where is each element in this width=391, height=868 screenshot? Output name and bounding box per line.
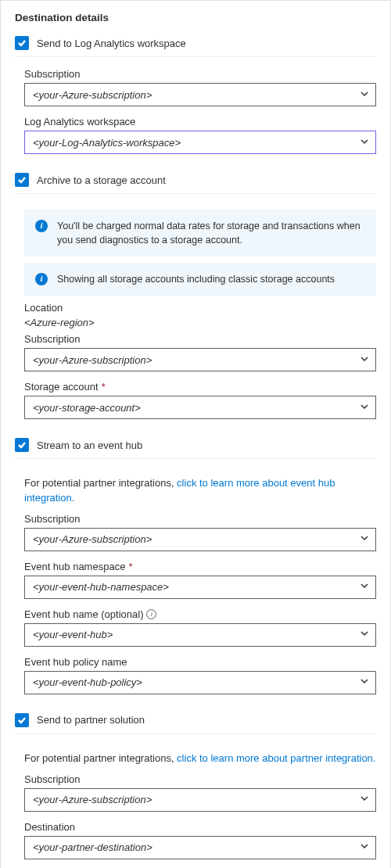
storage-info-charge-text: You'll be charged normal data rates for … [57,219,365,247]
la-subscription-select[interactable]: <your-Azure-subscription> [24,83,376,106]
partner-destination-select[interactable]: <your-partner-destination> [24,836,376,859]
eventhub-checkbox-row[interactable]: Stream to an event hub [15,433,376,459]
chevron-down-icon [360,581,369,593]
checkbox-checked-icon [15,713,29,727]
storage-account-value: <your-storage-account> [33,402,141,414]
storage-location-label: Location [24,302,376,314]
eh-namespace-value: <your-event-hub-namespace> [33,581,169,593]
partner-destination-value: <your-partner-destination> [33,841,152,853]
la-workspace-value: <your-Log-Analytics-workspace> [33,137,181,149]
checkbox-checked-icon [15,438,29,452]
chevron-down-icon [360,676,369,688]
eh-subscription-select[interactable]: <your-Azure-subscription> [24,528,376,551]
eh-name-label: Event hub name (optional) i [24,608,376,620]
storage-subscription-label: Subscription [24,333,376,345]
partner-subscription-select[interactable]: <your-Azure-subscription> [24,788,376,812]
eh-policy-select[interactable]: <your-event-hub-policy> [24,671,376,694]
chevron-down-icon [360,629,369,640]
chevron-down-icon [360,89,369,101]
partner-subscription-value: <your-Azure-subscription> [33,794,152,805]
chevron-down-icon [360,354,369,366]
partner-checkbox-row[interactable]: Send to partner solution [15,708,376,734]
checkbox-checked-icon [15,36,29,50]
storage-subscription-select[interactable]: <your-Azure-subscription> [24,348,376,371]
required-asterisk: * [102,381,106,393]
info-tooltip-icon[interactable]: i [146,609,156,619]
eh-policy-value: <your-event-hub-policy> [33,676,142,688]
partner-subscription-label: Subscription [24,773,376,785]
chevron-down-icon [360,402,369,414]
eh-namespace-select[interactable]: <your-event-hub-namespace> [24,576,376,599]
info-icon: i [35,273,48,285]
storage-label: Archive to a storage account [37,174,166,186]
eh-name-select[interactable]: <your-event-hub> [24,623,376,647]
partner-destination-label: Destination [24,821,376,833]
la-workspace-select[interactable]: <your-Log-Analytics-workspace> [24,131,376,154]
chevron-down-icon [360,533,369,545]
eh-name-value: <your-event-hub> [33,629,113,640]
eh-policy-label: Event hub policy name [24,656,376,668]
eventhub-label: Stream to an event hub [37,439,142,451]
eventhub-group: For potential partner integrations, clic… [15,462,376,708]
storage-subscription-value: <your-Azure-subscription> [33,354,152,366]
la-workspace-label: Log Analytics workspace [24,116,376,127]
storage-info-charge: i You'll be charged normal data rates fo… [24,210,376,256]
section-title: Destination details [15,12,376,23]
checkbox-checked-icon [15,173,29,187]
info-icon: i [35,220,48,232]
required-asterisk: * [128,561,132,572]
log-analytics-checkbox-row[interactable]: Send to Log Analytics workspace [15,31,376,57]
storage-account-select[interactable]: <your-storage-account> [24,396,376,419]
chevron-down-icon [360,794,369,805]
la-subscription-label: Subscription [24,68,376,80]
eh-namespace-label: Event hub namespace* [24,561,376,572]
partner-helper: For potential partner integrations, clic… [24,751,376,766]
log-analytics-group: Subscription <your-Azure-subscription> L… [15,60,376,168]
storage-info-classic-text: Showing all storage accounts including c… [57,272,335,286]
eh-subscription-value: <your-Azure-subscription> [33,533,152,545]
eh-subscription-label: Subscription [24,513,376,525]
storage-location-value: <Azure-region> [24,317,376,328]
partner-group: For potential partner integrations, clic… [15,737,376,868]
chevron-down-icon [360,841,369,853]
la-subscription-value: <your-Azure-subscription> [33,89,152,101]
eventhub-helper: For potential partner integrations, clic… [24,476,376,504]
storage-info-classic: i Showing all storage accounts including… [24,263,376,296]
storage-checkbox-row[interactable]: Archive to a storage account [15,168,376,194]
chevron-down-icon [360,137,369,149]
log-analytics-label: Send to Log Analytics workspace [37,38,186,49]
partner-learn-more-link[interactable]: click to learn more about partner integr… [177,752,375,764]
storage-group: i You'll be charged normal data rates fo… [15,197,376,433]
storage-account-label: Storage account* [24,381,376,393]
partner-label: Send to partner solution [37,714,145,726]
